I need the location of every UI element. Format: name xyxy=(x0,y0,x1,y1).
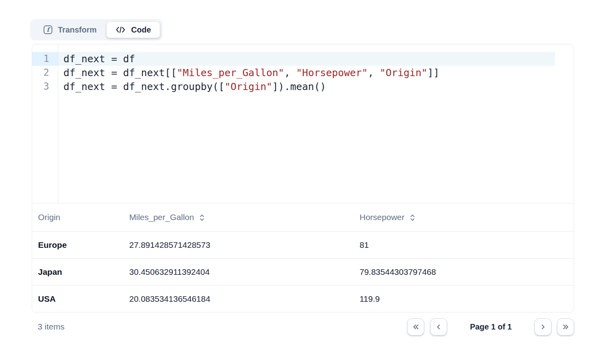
code-line-2[interactable]: df_next = df_next[["Miles_per_Gallon", "… xyxy=(58,66,574,80)
code-string-segment: "Horsepower" xyxy=(296,67,368,79)
tab-code[interactable]: Code xyxy=(106,21,160,38)
cell-horsepower: 79.83544303797468 xyxy=(360,267,574,277)
code-string-segment: "Miles_per_Gallon" xyxy=(177,67,284,79)
function-icon: f xyxy=(44,25,52,34)
table-row: Europe 27.891428571428573 81 xyxy=(32,231,574,258)
tab-code-label: Code xyxy=(131,25,151,34)
column-header-label: Horsepower xyxy=(360,213,404,222)
table-row: USA 20.083534136546184 119.9 xyxy=(32,285,574,312)
code-segment: , xyxy=(284,67,296,79)
code-editor[interactable]: 1 2 3 df_next = df df_next = df_next[["M… xyxy=(32,44,574,203)
table-row: Japan 30.450632911392404 79.835443037974… xyxy=(32,258,574,285)
line-number-3: 3 xyxy=(32,80,58,94)
result-table: Origin Miles_per_Gallon Ho xyxy=(32,203,574,312)
line-number-2: 2 xyxy=(32,66,58,80)
cell-horsepower: 81 xyxy=(360,240,574,250)
chevron-right-icon xyxy=(538,322,547,331)
code-icon xyxy=(115,26,126,34)
editor-gutter: 1 2 3 xyxy=(32,44,58,203)
code-string-segment: "Origin" xyxy=(224,81,272,92)
tab-transform[interactable]: f Transform xyxy=(33,21,106,38)
code-segment: df_next = df_next.groupby([ xyxy=(63,81,224,92)
sort-icon[interactable] xyxy=(199,214,205,222)
next-page-button[interactable] xyxy=(534,318,551,335)
last-page-button[interactable] xyxy=(557,318,574,335)
column-header-horsepower: Horsepower xyxy=(360,213,574,222)
column-header-miles-per-gallon: Miles_per_Gallon xyxy=(129,213,360,222)
code-string-segment: "Origin" xyxy=(380,67,427,79)
code-segment: ]).mean() xyxy=(272,81,326,92)
pagination: Page 1 of 1 xyxy=(407,318,574,335)
chevrons-left-icon xyxy=(411,322,420,331)
items-count: 3 items xyxy=(32,322,65,331)
cell-origin: Europe xyxy=(32,240,129,250)
code-segment: , xyxy=(368,67,380,79)
first-page-button[interactable] xyxy=(407,318,424,335)
code-segment: df_next = df xyxy=(63,53,135,65)
cell-miles-per-gallon: 30.450632911392404 xyxy=(129,267,360,277)
cell-origin: USA xyxy=(32,294,129,304)
previous-page-button[interactable] xyxy=(430,318,447,335)
result-panel: 1 2 3 df_next = df df_next = df_next[["M… xyxy=(32,44,574,312)
cell-horsepower: 119.9 xyxy=(360,294,574,304)
code-segment: ]] xyxy=(427,67,439,79)
tab-transform-label: Transform xyxy=(58,25,97,34)
code-line-1[interactable]: df_next = df xyxy=(58,52,555,66)
editor-content[interactable]: df_next = df df_next = df_next[["Miles_p… xyxy=(58,44,574,203)
cell-miles-per-gallon: 27.891428571428573 xyxy=(129,240,360,250)
cell-miles-per-gallon: 20.083534136546184 xyxy=(129,294,360,304)
sort-control-miles-per-gallon[interactable]: Miles_per_Gallon xyxy=(129,213,205,222)
chevron-left-icon xyxy=(434,322,443,331)
table-footer: 3 items Page 1 of 1 xyxy=(32,317,574,336)
sort-icon[interactable] xyxy=(410,214,415,222)
table-header-row: Origin Miles_per_Gallon Ho xyxy=(32,203,574,231)
column-header-label: Miles_per_Gallon xyxy=(129,213,194,222)
chevrons-right-icon xyxy=(561,322,570,331)
view-mode-tabs: f Transform Code xyxy=(30,19,163,40)
code-line-3[interactable]: df_next = df_next.groupby(["Origin"]).me… xyxy=(58,80,574,94)
page-indicator: Page 1 of 1 xyxy=(470,322,512,331)
line-number-1: 1 xyxy=(32,52,58,66)
sort-control-horsepower[interactable]: Horsepower xyxy=(360,213,415,222)
code-segment: df_next = df_next[[ xyxy=(63,67,177,79)
column-header-origin: Origin xyxy=(32,213,129,222)
cell-origin: Japan xyxy=(32,267,129,277)
